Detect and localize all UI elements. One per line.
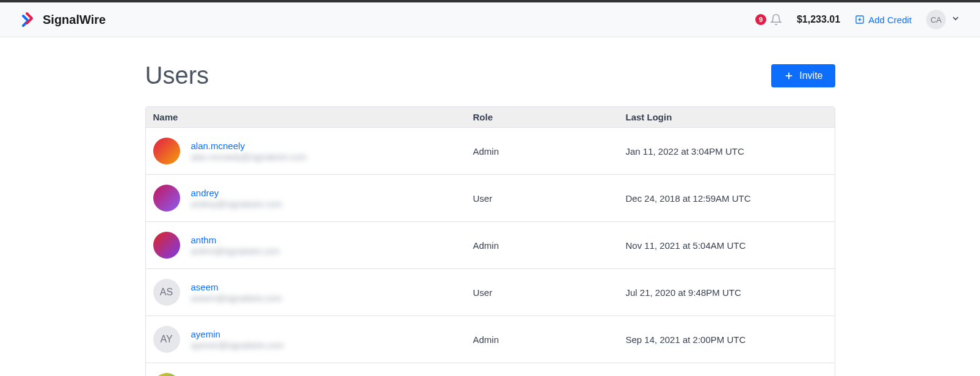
user-info: alan.mcneelyalan.mcneely@signalwire.com [191, 141, 307, 162]
column-header-name: Name [153, 112, 473, 122]
bell-icon [770, 13, 782, 26]
user-cell: anthmanthm@signalwire.com [153, 232, 473, 259]
last-login-cell: Sep 14, 2021 at 2:00PM UTC [626, 334, 827, 345]
last-login-cell: Jan 11, 2022 at 3:04PM UTC [626, 146, 827, 157]
column-header-last-login: Last Login [626, 112, 827, 122]
user-cell: brianbrian@signalwire.com [153, 373, 473, 376]
user-cell: alan.mcneelyalan.mcneely@signalwire.com [153, 138, 473, 164]
user-avatar: AS [153, 279, 180, 306]
plus-icon [783, 70, 794, 81]
user-email: ayemin@signalwire.com [191, 341, 284, 350]
user-cell: ASaseemaseem@signalwire.com [153, 279, 473, 306]
table-row[interactable]: AYayeminayemin@signalwire.comAdminSep 14… [146, 316, 835, 363]
notification-badge: 9 [755, 14, 766, 25]
last-login-cell: Jul 21, 2020 at 9:48PM UTC [626, 287, 827, 298]
plus-square-icon [855, 15, 865, 24]
invite-button-label: Invite [799, 70, 822, 81]
page-title: Users [145, 62, 209, 89]
user-cell: andreyandrey@signalwire.com [153, 185, 473, 212]
add-credit-link[interactable]: Add Credit [855, 15, 912, 25]
main-content: Users Invite Name Role Last Login alan.m… [133, 37, 848, 376]
role-cell: Admin [473, 334, 626, 345]
header-left: SignalWire [20, 11, 106, 28]
user-avatar [153, 373, 180, 376]
add-credit-label: Add Credit [868, 15, 912, 25]
user-avatar [153, 185, 180, 212]
brand-name: SignalWire [43, 13, 106, 27]
user-email: aseem@signalwire.com [191, 293, 282, 303]
app-header: SignalWire 9 $1,233.01 Add Credit [0, 2, 980, 37]
user-name-link[interactable]: aseem [191, 282, 282, 292]
user-info: ayeminayemin@signalwire.com [191, 329, 284, 350]
user-info: anthmanthm@signalwire.com [191, 235, 280, 256]
table-header: Name Role Last Login [146, 107, 835, 128]
user-name-link[interactable]: andrey [191, 188, 283, 198]
role-cell: Admin [473, 240, 626, 251]
signalwire-logo-icon [20, 11, 37, 28]
user-name-link[interactable]: ayemin [191, 329, 284, 339]
user-menu[interactable]: CA [926, 10, 960, 29]
users-table: Name Role Last Login alan.mcneelyalan.mc… [145, 106, 835, 376]
user-avatar: AY [153, 326, 180, 353]
page-header: Users Invite [145, 62, 835, 89]
chevron-down-icon [951, 13, 960, 26]
user-info: aseemaseem@signalwire.com [191, 282, 282, 303]
user-avatar [153, 138, 180, 164]
header-right: 9 $1,233.01 Add Credit CA [755, 10, 960, 29]
user-info: andreyandrey@signalwire.com [191, 188, 283, 209]
column-header-role: Role [473, 112, 626, 122]
user-email: anthm@signalwire.com [191, 246, 280, 256]
table-row[interactable]: alan.mcneelyalan.mcneely@signalwire.comA… [146, 128, 835, 175]
table-row[interactable]: andreyandrey@signalwire.comUserDec 24, 2… [146, 175, 835, 222]
current-user-avatar: CA [926, 10, 946, 29]
invite-button[interactable]: Invite [771, 64, 835, 87]
table-body: alan.mcneelyalan.mcneely@signalwire.comA… [146, 128, 835, 376]
role-cell: Admin [473, 146, 626, 157]
user-name-link[interactable]: alan.mcneely [191, 141, 307, 151]
notifications[interactable]: 9 [755, 13, 782, 26]
user-email: andrey@signalwire.com [191, 199, 283, 209]
table-row[interactable]: ASaseemaseem@signalwire.comUserJul 21, 2… [146, 269, 835, 316]
last-login-cell: Nov 11, 2021 at 5:04AM UTC [626, 240, 827, 251]
last-login-cell: Dec 24, 2018 at 12:59AM UTC [626, 193, 827, 204]
user-name-link[interactable]: anthm [191, 235, 280, 245]
user-email: alan.mcneely@signalwire.com [191, 152, 307, 162]
table-row[interactable]: anthmanthm@signalwire.comAdminNov 11, 20… [146, 222, 835, 269]
user-avatar [153, 232, 180, 259]
role-cell: User [473, 193, 626, 204]
table-row[interactable]: brianbrian@signalwire.com [146, 363, 835, 376]
role-cell: User [473, 287, 626, 298]
account-balance: $1,233.01 [797, 14, 840, 25]
user-cell: AYayeminayemin@signalwire.com [153, 326, 473, 353]
